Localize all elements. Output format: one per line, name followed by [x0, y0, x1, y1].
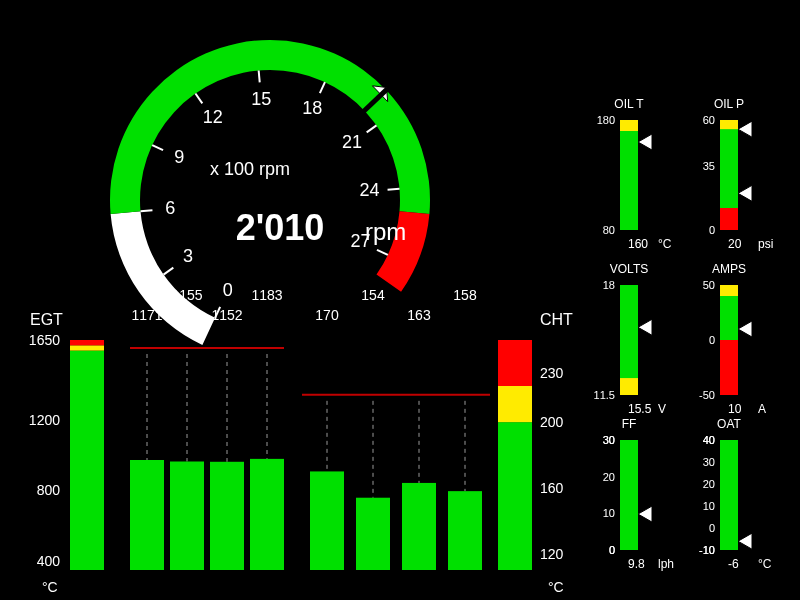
oilt-value: 160	[628, 237, 648, 251]
oilp-pointer-icon	[738, 185, 752, 201]
oat-value: -6	[728, 557, 739, 571]
svg-rect-31	[720, 285, 738, 296]
egt-axis-tick: 1200	[29, 412, 60, 428]
amps-label: AMPS	[712, 262, 746, 276]
egt-bar-value: 1183	[251, 287, 282, 303]
svg-text:18: 18	[603, 279, 615, 291]
svg-text:0: 0	[709, 334, 715, 346]
rpm-tick-label: 12	[203, 107, 223, 127]
rpm-tick-label: 15	[251, 89, 271, 109]
rpm-tick	[367, 125, 377, 132]
cht-bar	[402, 483, 436, 570]
cht-axis-tick: 200	[540, 414, 564, 430]
oilp-label: OIL P	[714, 97, 744, 111]
oat-unit: °C	[758, 557, 772, 571]
svg-text:20: 20	[703, 478, 715, 490]
cht-label: CHT	[540, 311, 573, 328]
egt-sidebar	[70, 351, 104, 570]
rpm-tick-label: 24	[360, 180, 380, 200]
egt-bar-value: 1152	[211, 307, 242, 323]
amps-pointer-icon	[738, 321, 752, 337]
egt-bar	[250, 459, 284, 570]
egt-bar	[210, 462, 244, 570]
rpm-tick	[152, 145, 163, 150]
egt-bar-value: 1155	[171, 287, 202, 303]
svg-rect-16	[620, 378, 638, 395]
oilp-value: 20	[728, 237, 742, 251]
ff-bar	[620, 440, 638, 550]
svg-text:80: 80	[603, 224, 615, 236]
cht-bar-value: 154	[361, 287, 385, 303]
rpm-tick	[164, 268, 174, 275]
svg-text:-50: -50	[699, 389, 715, 401]
ff-label: FF	[622, 417, 637, 431]
cht-bar-value: 158	[453, 287, 477, 303]
volts-label: VOLTS	[610, 262, 648, 276]
rpm-scale-label: x 100 rpm	[210, 159, 290, 179]
rpm-value: 2'010	[236, 207, 325, 248]
ff-unit: lph	[658, 557, 674, 571]
volts-unit: V	[658, 402, 666, 416]
rpm-tick-label: 18	[302, 98, 322, 118]
svg-text:30: 30	[703, 456, 715, 468]
rpm-tick	[140, 210, 152, 211]
cht-bar-value: 170	[315, 307, 339, 323]
oilt-pointer-icon	[638, 134, 652, 150]
svg-text:10: 10	[603, 507, 615, 519]
egt-label: EGT	[30, 311, 63, 328]
rpm-arc-white	[111, 211, 215, 345]
svg-text:0: 0	[609, 544, 615, 556]
svg-text:30: 30	[603, 434, 615, 446]
ff-pointer-icon	[638, 506, 652, 522]
cht-axis-tick: 230	[540, 365, 564, 381]
oat-pointer-icon	[738, 533, 752, 549]
amps-value: 10	[728, 402, 742, 416]
svg-text:35: 35	[703, 160, 715, 172]
cht-bar	[310, 471, 344, 570]
rpm-unit: rpm	[365, 218, 406, 245]
rpm-tick-label: 9	[174, 147, 184, 167]
svg-text:60: 60	[703, 114, 715, 126]
rpm-tick	[320, 82, 325, 93]
rpm-tick-label: 3	[183, 246, 193, 266]
svg-text:11.5: 11.5	[594, 389, 615, 401]
svg-rect-1	[70, 345, 104, 350]
egt-axis-tick: 400	[37, 553, 61, 569]
cht-sidebar	[498, 422, 532, 570]
cht-bar-value: 163	[407, 307, 431, 323]
cht-bar	[448, 491, 482, 570]
cht-axis-tick: 160	[540, 480, 564, 496]
rpm-tick	[195, 94, 202, 104]
egt-bar	[170, 462, 204, 571]
svg-rect-8	[498, 340, 532, 386]
ff-value: 9.8	[628, 557, 645, 571]
oilp-unit: psi	[758, 237, 773, 251]
oilt-label: OIL T	[614, 97, 644, 111]
svg-text:-10: -10	[699, 544, 715, 556]
egt-bar-value: 1171	[131, 307, 162, 323]
cht-bar	[356, 498, 390, 570]
cht-unit: °C	[548, 579, 564, 595]
svg-text:40: 40	[703, 434, 715, 446]
svg-text:0: 0	[709, 522, 715, 534]
egt-bar	[130, 460, 164, 570]
rpm-arc-green	[110, 40, 430, 214]
rpm-tick	[377, 250, 388, 255]
rpm-tick-label: 0	[223, 280, 233, 300]
rpm-tick-label: 6	[165, 198, 175, 218]
egt-axis-tick: 800	[37, 482, 61, 498]
oilp-pointer-icon	[738, 121, 752, 137]
svg-rect-26	[720, 120, 738, 129]
svg-rect-25	[720, 208, 738, 230]
egt-unit: °C	[42, 579, 58, 595]
egt-axis-tick: 1650	[29, 332, 60, 348]
volts-pointer-icon	[638, 319, 652, 335]
svg-text:0: 0	[709, 224, 715, 236]
svg-rect-30	[720, 340, 738, 395]
oilt-unit: °C	[658, 237, 672, 251]
svg-text:20: 20	[603, 471, 615, 483]
oilt-bar	[620, 120, 638, 230]
oat-label: OAT	[717, 417, 741, 431]
rpm-tick-label: 21	[342, 132, 362, 152]
oat-bar	[720, 440, 738, 550]
